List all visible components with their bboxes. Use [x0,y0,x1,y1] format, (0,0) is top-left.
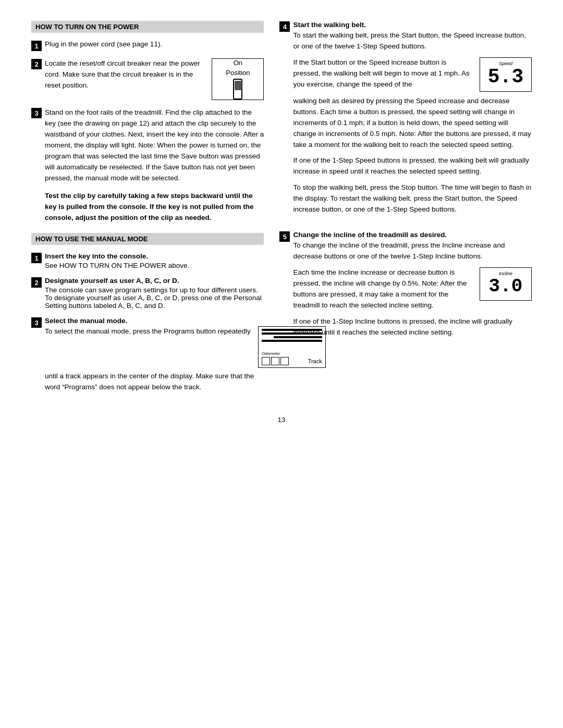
power-step2-content: Locate the reset/off circuit breaker nea… [45,58,264,100]
manual-step3-inline: To select the manual mode, press the Pro… [45,326,264,368]
step5-title: Change the incline of the treadmill as d… [293,231,532,239]
step4-para3: walking belt as desired by pressing the … [293,96,532,151]
manual-step1-num: 1 [31,253,42,263]
incline-value: 3.0 [485,277,526,296]
step4-content: Start the walking belt. To start the wal… [293,21,532,220]
step4-title: Start the walking belt. [293,21,532,29]
step5-para2: Each time the Incline increase or decrea… [293,267,472,311]
speed-display: Speed 5.3 [480,57,532,92]
step5-incline-row: Each time the Incline increase or decrea… [293,267,532,311]
manual-step3-content: Select the manual mode. To select the ma… [45,317,264,393]
step5-para1: To change the incline of the treadmill, … [293,240,532,262]
manual-step3-title: Select the manual mode. [45,317,264,325]
manual-step2-title: Designate yourself as user A, B, C, or D… [45,277,264,285]
speed-value: 5.3 [485,67,526,87]
section-power-heading: HOW TO TURN ON THE POWER [31,21,264,33]
power-step3-text: Stand on the foot rails of the treadmill… [45,108,264,182]
manual-step1-title: Insert the key into the console. [45,252,264,260]
step5-num: 5 [279,231,290,242]
manual-step3: 3 Select the manual mode. To select the … [31,317,264,393]
manual-step2: 2 Designate yourself as user A, B, C, or… [31,277,264,310]
power-step3-content: Stand on the foot rails of the treadmill… [45,107,264,183]
left-column: HOW TO TURN ON THE POWER 1 Plug in the p… [31,21,264,400]
manual-step3-text-after: until a track appears in the center of t… [45,371,264,393]
clip-warning: Test the clip by carefully taking a few … [45,191,264,224]
odo-box-2 [271,357,279,365]
manual-step1: 1 Insert the key into the console. See H… [31,252,264,269]
manual-step2-text: The console can save program settings fo… [45,286,262,310]
on-position-illustration: On Position [212,58,264,100]
page-number: 13 [31,416,532,424]
section-manual-heading: HOW TO USE THE MANUAL MODE [31,233,264,245]
incline-display: Incline 3.0 [480,267,532,301]
power-step1-content: Plug in the power cord (see page 11). [45,40,264,48]
step4-para2-text: If the Start button or the Speed increas… [293,58,469,88]
step5-para3: If one of the 1-Step Incline buttons is … [293,316,532,338]
odo-box-1 [262,357,270,365]
step4-speed-row: If the Start button or the Speed increas… [293,57,532,92]
power-step2-num: 2 [31,59,42,69]
odometer-label: Odometer [262,351,280,356]
manual-step2-num: 2 [31,277,42,288]
section-manual: HOW TO USE THE MANUAL MODE 1 Insert the … [31,233,264,393]
manual-step3-num: 3 [31,317,42,328]
step4-para5: To stop the walking belt, press the Stop… [293,182,532,215]
right-column: 4 Start the walking belt. To start the w… [279,21,532,400]
on-label: On [234,59,242,67]
power-step1-text: Plug in the power cord (see page 11). [45,40,162,48]
step5-block: 5 Change the incline of the treadmill as… [279,231,532,343]
step4-para4: If one of the 1-Step Speed buttons is pr… [293,155,532,177]
step5-para2-text: Each time the Incline increase or decrea… [293,268,467,309]
page-layout: HOW TO TURN ON THE POWER 1 Plug in the p… [31,21,532,400]
power-step2: 2 Locate the reset/off circuit breaker n… [31,58,264,100]
step4-para2: If the Start button or the Speed increas… [293,57,472,90]
power-step1-num: 1 [31,41,42,51]
manual-step1-content: Insert the key into the console. See HOW… [45,252,264,269]
position-label: Position [226,69,250,77]
step4-block: 4 Start the walking belt. To start the w… [279,21,532,220]
power-step3-num: 3 [31,108,42,118]
power-step3: 3 Stand on the foot rails of the treadmi… [31,107,264,183]
section-power: HOW TO TURN ON THE POWER 1 Plug in the p… [31,21,264,224]
manual-step2-content: Designate yourself as user A, B, C, or D… [45,277,264,310]
step4-num: 4 [279,21,290,32]
power-step1: 1 Plug in the power cord (see page 11). [31,40,264,51]
step5-content: Change the incline of the treadmill as d… [293,231,532,343]
switch-illustration [233,79,242,100]
manual-step1-text: See HOW TO TURN ON THE POWER above. [45,262,189,269]
step4-para1: To start the walking belt, press the Sta… [293,30,532,52]
power-step2-text: Locate the reset/off circuit breaker nea… [45,58,205,91]
manual-step3-text-before: To select the manual mode, press the Pro… [45,326,251,337]
